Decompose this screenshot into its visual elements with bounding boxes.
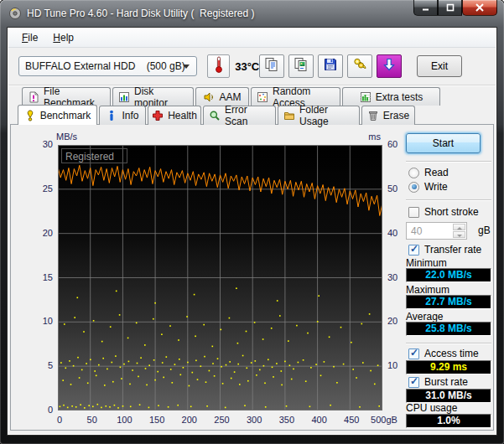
minimize-button[interactable]	[413, 0, 438, 16]
tab-info[interactable]: Info	[99, 106, 146, 125]
options-button[interactable]	[347, 54, 372, 78]
spin-down-icon[interactable]	[453, 231, 465, 238]
tab-file-benchmark[interactable]: File Benchmark	[22, 87, 111, 106]
menu-bar: FileHelp	[8, 28, 496, 48]
minimum-label: Minimum	[406, 257, 447, 269]
separator	[406, 343, 491, 344]
axis-tick-label: 25	[28, 183, 53, 194]
write-radio[interactable]: Write	[408, 181, 448, 193]
axis-tick-label: 15	[28, 272, 53, 282]
thermometer-icon	[213, 55, 225, 77]
short-stroke-size-spinner[interactable]: 40	[406, 222, 467, 240]
axis-tick-label: 50	[74, 415, 111, 425]
benchmark-tab-page: Registered 30252015105060504030201005010…	[10, 124, 494, 431]
folder-usage-icon	[283, 110, 295, 121]
copy-text-icon	[263, 56, 280, 76]
menu-item-file[interactable]: File	[15, 29, 44, 46]
axis-tick-label: 200	[171, 415, 208, 425]
aam-icon	[203, 91, 215, 103]
tab-aam[interactable]: AAM	[195, 87, 249, 106]
download-button[interactable]	[377, 54, 402, 78]
maximize-button[interactable]	[438, 0, 462, 16]
close-button[interactable]	[462, 0, 497, 16]
tab-disk-monitor[interactable]: Disk monitor	[112, 87, 194, 106]
burst-rate-label: Burst rate	[424, 376, 468, 388]
axis-tick-label: 300	[236, 415, 273, 425]
access-time-checkbox[interactable]: ✓ Access time	[408, 348, 479, 359]
read-radio[interactable]: Read	[408, 167, 449, 178]
maximum-label: Maximum	[406, 284, 449, 296]
tab-label: Extra tests	[376, 91, 423, 103]
access-time-label: Access time	[424, 348, 479, 359]
tab-label: Folder Usage	[299, 104, 354, 127]
minimize-icon	[421, 0, 431, 15]
copy-image-button[interactable]	[288, 54, 314, 78]
temperature-button[interactable]	[207, 54, 230, 78]
chevron-down-icon	[183, 65, 190, 69]
write-radio-label: Write	[424, 181, 448, 193]
minimum-value: 22.0 MB/s	[406, 268, 491, 282]
access-time-value: 9.29 ms	[406, 360, 491, 374]
tab-benchmark[interactable]: Benchmark	[18, 105, 97, 125]
checkbox-box: ✓	[408, 245, 419, 256]
transfer-rate-label: Transfer rate	[424, 244, 481, 256]
tab-erase[interactable]: Erase	[361, 106, 415, 125]
tab-label: Erase	[383, 110, 409, 121]
axis-tick-label: 400	[301, 415, 338, 425]
drive-select-combobox[interactable]: BUFFALO External HDD (500 gB)	[18, 56, 197, 76]
tab-health[interactable]: Health	[148, 106, 201, 125]
error-scan-icon	[209, 110, 221, 121]
tab-row-secondary: File BenchmarkDisk monitorAAMRandom Acce…	[22, 87, 442, 106]
tab-random-access[interactable]: Random Access	[251, 87, 340, 106]
radio-circle	[408, 182, 419, 193]
options-icon	[351, 56, 368, 76]
app-icon	[8, 7, 22, 20]
svg-text:Registered: Registered	[65, 151, 114, 163]
spinner-value: 40	[411, 225, 422, 237]
menu-item-help[interactable]: Help	[46, 29, 81, 46]
checkbox-box: ✓	[408, 207, 419, 218]
tab-label: Benchmark	[40, 110, 91, 121]
burst-rate-value: 31.0 MB/s	[406, 389, 491, 403]
tab-label: Health	[168, 110, 197, 121]
axis-tick-label: MB/s	[56, 132, 90, 142]
maximize-icon	[445, 0, 455, 15]
temperature-value: 33°C	[235, 60, 259, 73]
average-value: 25.8 MB/s	[406, 322, 491, 336]
axis-tick-label: ms	[354, 132, 381, 142]
save-icon	[322, 56, 339, 76]
axis-tick-label: 0	[41, 415, 78, 425]
start-button-label: Start	[433, 137, 454, 149]
exit-button-label: Exit	[431, 60, 448, 72]
axis-tick-label: 350	[268, 415, 305, 425]
axis-tick-label: 250	[204, 415, 241, 425]
transfer-rate-checkbox[interactable]: ✓ Transfer rate	[408, 244, 481, 256]
save-button[interactable]	[318, 54, 343, 78]
chart-svg: Registered	[58, 145, 382, 410]
window-title: HD Tune Pro 4.60 - Hard Disk Utility ( R…	[27, 8, 254, 19]
axis-tick-label: 150	[138, 415, 175, 425]
info-icon	[106, 110, 117, 121]
tab-extra-tests[interactable]: Extra tests	[342, 87, 440, 106]
client-area: FileHelp BUFFALO External HDD (500 gB) 3…	[7, 27, 497, 436]
random-access-icon	[257, 91, 268, 103]
extra-tests-icon	[360, 91, 372, 103]
download-icon	[381, 56, 397, 76]
read-radio-label: Read	[424, 167, 449, 178]
toolbar: BUFFALO External HDD (500 gB) 33°C Exit	[8, 48, 496, 85]
tab-error-scan[interactable]: Error Scan	[203, 106, 276, 125]
axis-tick-label: 30	[28, 139, 53, 149]
tab-folder-usage[interactable]: Folder Usage	[278, 106, 360, 125]
exit-button[interactable]: Exit	[417, 55, 462, 77]
burst-rate-checkbox[interactable]: ✓ Burst rate	[408, 376, 468, 388]
copy-text-button[interactable]	[259, 54, 284, 78]
window-controls	[413, 0, 497, 16]
start-button[interactable]: Start	[406, 133, 481, 153]
close-icon	[474, 0, 486, 15]
cpu-usage-value: 1.0%	[406, 414, 491, 428]
file-benchmark-icon	[28, 91, 39, 103]
spin-up-icon[interactable]	[453, 224, 465, 230]
tab-label: Error Scan	[225, 104, 270, 127]
tab-row-primary: BenchmarkInfoHealthError ScanFolder Usag…	[18, 106, 417, 125]
short-stroke-checkbox[interactable]: ✓ Short stroke	[408, 206, 479, 218]
